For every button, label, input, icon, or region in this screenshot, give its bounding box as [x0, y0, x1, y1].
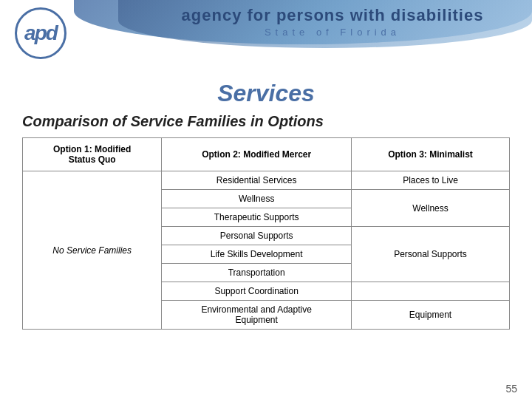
col-header-option1: Option 1: ModifiedStatus Quo	[23, 138, 162, 171]
header: apd agency for persons with disabilities…	[0, 0, 532, 74]
cell-personal: Personal Supports	[162, 227, 352, 245]
services-banner: Services	[0, 74, 532, 110]
header-title-main: agency for persons with disabilities	[148, 6, 517, 25]
comparison-table: Option 1: ModifiedStatus Quo Option 2: M…	[22, 137, 510, 330]
cell-places: Places to Live	[352, 171, 510, 190]
cell-environmental: Environmental and AdaptiveEquipment	[162, 301, 352, 330]
services-title: Services	[0, 80, 532, 107]
cell-therapeutic: Therapeutic Supports	[162, 208, 352, 227]
logo: apd	[15, 7, 66, 59]
cell-wellness: Wellness	[162, 190, 352, 208]
cell-personal-opt3: Personal Supports	[352, 227, 510, 282]
col-header-option2: Option 2: Modified Mercer	[162, 138, 352, 171]
table-row: No Service Families Residential Services…	[23, 171, 510, 190]
cell-wellness-opt3: Wellness	[352, 190, 510, 227]
cell-equipment: Equipment	[352, 301, 510, 330]
table-container: Option 1: ModifiedStatus Quo Option 2: M…	[22, 137, 510, 330]
col-header-option3: Option 3: Minimalist	[352, 138, 510, 171]
header-title-sub: State of Florida	[148, 27, 517, 38]
page-number: 55	[505, 383, 517, 395]
cell-support-coord: Support Coordination	[162, 282, 352, 301]
table-header-row: Option 1: ModifiedStatus Quo Option 2: M…	[23, 138, 510, 171]
comparison-heading: Comparison of Service Families in Option…	[22, 113, 532, 130]
no-service-cell: No Service Families	[23, 171, 162, 330]
cell-empty-support	[352, 282, 510, 301]
header-title-area: agency for persons with disabilities Sta…	[148, 6, 517, 38]
cell-lifeskills: Life Skills Development	[162, 245, 352, 264]
cell-transportation: Transportation	[162, 264, 352, 282]
logo-area: apd	[15, 7, 66, 59]
cell-residential: Residential Services	[162, 171, 352, 190]
logo-text: apd	[24, 21, 57, 45]
